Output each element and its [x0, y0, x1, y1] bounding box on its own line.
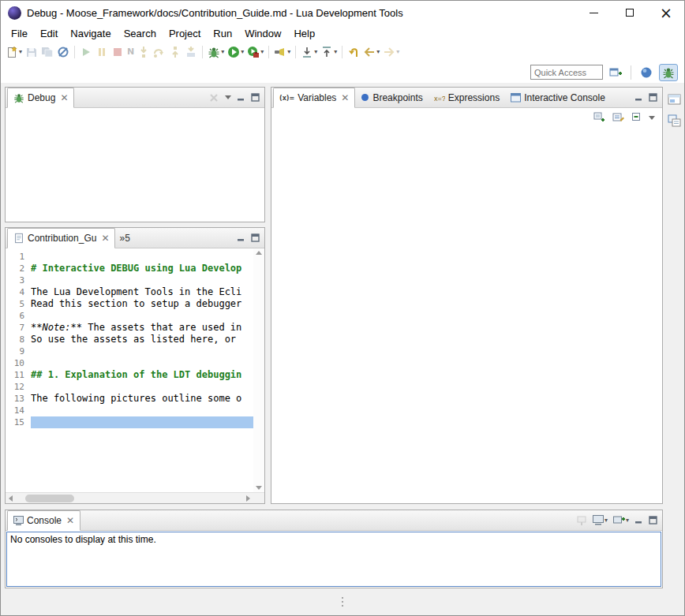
line-number[interactable]: 5 [6, 298, 31, 310]
line-number[interactable]: 3 [6, 274, 31, 286]
scroll-right-icon[interactable] [246, 495, 250, 502]
tab-variables[interactable]: (x)= Variables ✕ [273, 88, 355, 108]
close-tab-icon[interactable]: ✕ [341, 93, 349, 103]
tab-console[interactable]: Console ✕ [7, 510, 80, 531]
line-number[interactable]: 13 [6, 393, 31, 405]
debug-view-menu-button[interactable] [225, 95, 231, 99]
code-line[interactable]: 11## 1. Explanation of the LDT debuggin [6, 369, 253, 381]
close-window-button[interactable]: × [648, 1, 684, 24]
code-line[interactable]: 3 [6, 274, 253, 286]
editor-tab-overflow-chevron[interactable]: »5 [115, 233, 133, 244]
hscroll-thumb[interactable] [25, 495, 74, 502]
line-number[interactable]: 7 [6, 322, 31, 334]
line-number[interactable]: 12 [6, 381, 31, 393]
forward-button[interactable]: ▾ [381, 43, 401, 61]
line-number[interactable]: 4 [6, 286, 31, 298]
line-number[interactable]: 15 [6, 416, 31, 428]
scroll-down-icon[interactable] [256, 486, 262, 490]
previous-annotation-button[interactable]: ▾ [319, 43, 339, 61]
skip-all-breakpoints-button[interactable] [55, 43, 71, 61]
code-line[interactable]: 7**Note:** The assets that are used in [6, 322, 253, 334]
maximize-window-button[interactable] [612, 1, 648, 24]
line-number[interactable]: 6 [6, 310, 31, 322]
menu-edit[interactable]: Edit [34, 26, 64, 41]
close-tab-icon[interactable]: ✕ [101, 233, 109, 243]
step-into-button[interactable] [136, 43, 152, 61]
pin-console-button[interactable] [576, 515, 587, 526]
line-number[interactable]: 1 [6, 251, 31, 263]
code-line[interactable]: 10 [6, 357, 253, 369]
step-over-button[interactable] [152, 43, 167, 61]
editor-maximize-button[interactable] [251, 233, 260, 242]
derived-variables-button[interactable] [612, 111, 625, 124]
editor-minimize-button[interactable] [237, 233, 245, 242]
tab-breakpoints[interactable]: Breakpoints [355, 88, 428, 107]
line-number[interactable]: 8 [6, 334, 31, 345]
menu-project[interactable]: Project [163, 26, 207, 41]
code-line[interactable]: 13The following pictures outline some o [6, 393, 253, 405]
last-edit-location-button[interactable] [346, 43, 361, 61]
open-console-button[interactable]: ▾ [613, 515, 629, 525]
minimize-window-button[interactable] [575, 1, 612, 24]
menu-search[interactable]: Search [118, 26, 163, 41]
debug-button[interactable]: ▾ [206, 43, 226, 61]
save-all-button[interactable] [39, 43, 55, 61]
close-tab-icon[interactable]: ✕ [60, 93, 68, 103]
menu-navigate[interactable]: Navigate [64, 26, 117, 41]
editor-horizontal-scrollbar[interactable] [6, 493, 253, 503]
menu-help[interactable]: Help [287, 26, 321, 41]
code-line[interactable]: 9 [6, 345, 253, 357]
next-annotation-button[interactable]: ▾ [299, 43, 319, 61]
drop-to-frame-button[interactable] [183, 43, 199, 61]
save-button[interactable] [24, 43, 39, 61]
tab-contribution-guide[interactable]: Contribution_Gu ✕ [7, 228, 115, 248]
external-tools-button[interactable]: ▾ [245, 43, 265, 61]
code-line[interactable]: 5Read this section to setup a debugger [6, 298, 253, 310]
code-line[interactable]: 15 [6, 416, 253, 428]
debug-view-minimize-button[interactable] [237, 93, 245, 102]
menu-window[interactable]: Window [238, 26, 287, 41]
code-line[interactable]: 6 [6, 310, 253, 322]
code-line[interactable]: 2# Interactive DEBUG using Lua Develop [6, 263, 253, 274]
variables-view-menu-button[interactable] [649, 116, 655, 120]
collapse-all-button[interactable] [631, 112, 642, 123]
sash-drag-handle[interactable] [342, 597, 343, 607]
hscroll-track[interactable] [16, 493, 243, 503]
ldt-perspective-button[interactable] [637, 64, 656, 81]
line-number[interactable]: 9 [6, 345, 31, 357]
scroll-up-icon[interactable] [256, 251, 262, 255]
menu-run[interactable]: Run [207, 26, 238, 41]
code-line[interactable]: 14 [6, 405, 253, 416]
tab-debug[interactable]: Debug ✕ [7, 88, 74, 108]
line-number[interactable]: 2 [6, 263, 31, 274]
variables-maximize-button[interactable] [649, 93, 657, 102]
debug-view-maximize-button[interactable] [251, 93, 260, 102]
line-number[interactable]: 10 [6, 357, 31, 369]
tab-interactive-console[interactable]: Interactive Console [505, 88, 611, 107]
title-bar[interactable]: Debug - Moose_Framework/docs/Contributio… [1, 1, 684, 24]
console-minimize-button[interactable] [634, 516, 643, 525]
display-selected-console-button[interactable]: ▾ [593, 515, 608, 525]
code-line[interactable]: 4The Lua Development Tools in the Ecli [6, 286, 253, 298]
close-tab-icon[interactable]: ✕ [66, 516, 74, 525]
variables-minimize-button[interactable] [634, 93, 643, 102]
tab-expressions[interactable]: x=? Expressions [429, 88, 505, 107]
menu-file[interactable]: File [5, 26, 34, 41]
line-number[interactable]: 14 [6, 405, 31, 416]
code-line[interactable]: 12 [6, 381, 253, 393]
back-button[interactable]: ▾ [361, 43, 381, 61]
editor-vertical-scrollbar[interactable] [253, 248, 264, 492]
step-return-button[interactable] [167, 43, 183, 61]
new-wizard-button[interactable]: ▾ [4, 43, 24, 61]
debug-perspective-button[interactable] [659, 64, 678, 81]
terminate-button[interactable] [110, 43, 125, 61]
console-maximize-button[interactable] [649, 516, 657, 525]
quick-access-input[interactable] [530, 65, 603, 80]
code-line[interactable]: 1 [6, 251, 253, 263]
run-button[interactable]: ▾ [226, 43, 245, 61]
code-line[interactable]: 8So use the assets as listed here, or [6, 334, 253, 345]
code-area[interactable]: 1 2# Interactive DEBUG using Lua Develop… [6, 248, 253, 492]
search-button[interactable]: ▾ [272, 43, 292, 61]
scroll-left-icon[interactable] [9, 495, 13, 502]
minimized-view-icon-2[interactable] [668, 114, 681, 127]
